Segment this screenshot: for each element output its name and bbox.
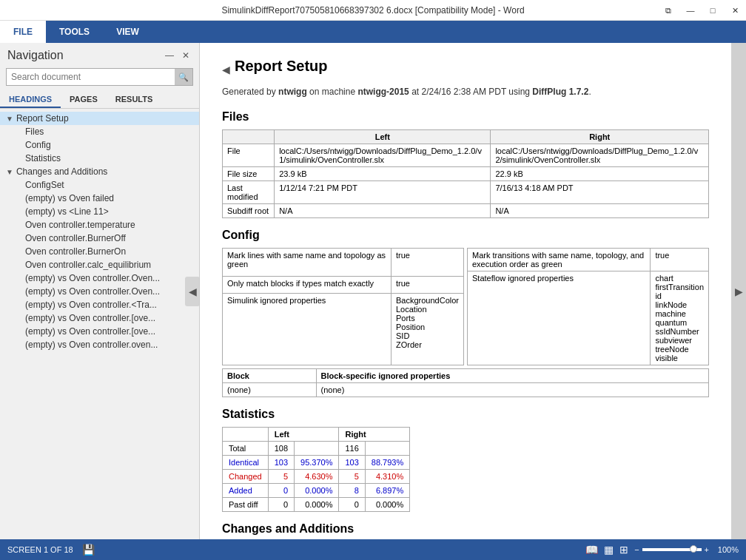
table-row: Subdiff rootN/AN/A [223,204,709,218]
tree-item[interactable]: (empty) vs Oven controller.Oven... [0,285,199,298]
config-left-table: Mark lines with same name and topology a… [222,248,464,365]
config-section-title: Config [222,229,709,242]
tree-item[interactable]: (empty) vs Oven controller.[ove... [0,311,199,325]
tree-item-label: Report Setup [16,113,69,124]
tree-item-label: (empty) vs Oven controller.[ove... [25,313,155,323]
tree-item[interactable]: ConfigSet [0,178,199,192]
ribbon-tab-file[interactable]: FILE [0,21,46,43]
tree-item[interactable]: Oven controller.temperature [0,218,199,232]
ribbon-tab-view[interactable]: VIEW [103,21,152,43]
tree-item[interactable]: (empty) vs Oven failed [0,192,199,205]
table-row: Changed54.630%54.310% [223,470,410,484]
nav-tabs: HEADINGS PAGES RESULTS [0,92,199,109]
tree-item-label: (empty) vs Oven controller.[ove... [25,326,155,337]
tree-item-label: Files [25,126,44,137]
tree-item[interactable]: Config [0,138,199,152]
table-row: Past diff00.000%00.000% [223,498,410,512]
statistics-section-title: Statistics [222,408,709,421]
changes-section-title: Changes and Additions [222,522,709,536]
zoom-level: 100% [712,545,739,554]
table-row: FilelocalC:/Users/ntwigg/Downloads/DiffP… [223,144,709,167]
search-box: 🔍 [6,68,193,86]
grid-icon[interactable]: ▦ [604,544,614,556]
files-section-title: Files [222,110,709,124]
tree-item-label: Config [25,140,51,150]
tree-item[interactable]: Statistics [0,152,199,165]
sidebar-title: Navigation [7,49,64,62]
tree-item-label: (empty) vs Oven controller.<Tra... [25,300,157,310]
table-row: Identical10395.370%10388.793% [223,456,410,470]
tree-item[interactable]: ▼Report Setup [0,112,199,125]
ribbon-tab-tools[interactable]: TOOLS [46,21,103,43]
table-row: File size23.9 kB22.9 kB [223,167,709,181]
tree-item[interactable]: Oven controller.BurnerOff [0,232,199,245]
tree-arrow: ▼ [6,115,13,123]
zoom-out-btn[interactable]: − [634,545,639,554]
tree-item-label: (empty) vs <Line 11> [25,206,109,217]
tree-item[interactable]: (empty) vs Oven controller.Oven... [0,271,199,285]
tree-item-label: Changes and Additions [16,166,107,177]
tree-item[interactable]: (empty) vs Oven controller.<Tra... [0,298,199,311]
tree-item-label: Oven controller.temperature [25,220,135,230]
title-bar: SimulinkDiffReport707505810668397302 6.d… [0,0,746,21]
sidebar: Navigation — ✕ 🔍 HEADINGS PAGES RESULTS … [0,43,200,539]
report-title: Report Setup [235,58,328,75]
config-block-table: BlockBlock-specific ignored properties (… [222,368,709,397]
tree-item[interactable]: Oven controller.BurnerOn [0,245,199,258]
nav-tree: ▼Report SetupFilesConfigStatistics▼Chang… [0,109,199,539]
tree-item[interactable]: (empty) vs Oven controller.oven... [0,338,199,351]
zoom-control: − + 100% [634,545,739,554]
tree-item[interactable]: ▼Changes and Additions [0,165,199,178]
tree-item-label: (empty) vs Oven failed [25,193,114,203]
tree-item[interactable]: (empty) vs <Line 11> [0,205,199,218]
main-layout: Navigation — ✕ 🔍 HEADINGS PAGES RESULTS … [0,43,746,539]
tree-item-label: Oven controller.BurnerOn [25,246,126,257]
tab-results[interactable]: RESULTS [107,92,162,108]
statistics-table: Left Right Total108116Identical10395.370… [222,427,410,512]
tree-item-label: ConfigSet [25,180,64,190]
table-row: Added00.000%86.897% [223,484,410,498]
search-input[interactable] [7,72,175,82]
tree-arrow: ▼ [6,168,13,176]
tree-item[interactable]: Oven controller.calc_equilibrium [0,258,199,271]
tree-item-label: Oven controller.BurnerOff [25,233,126,243]
window-title: SimulinkDiffReport707505810668397302 6.d… [221,5,524,16]
content-area: ◀ Report Setup Generated by ntwigg on ma… [200,43,731,539]
config-right-table: Mark transitions with same name, topolog… [467,248,709,365]
tab-pages[interactable]: PAGES [61,92,107,108]
tree-item[interactable]: (empty) vs Oven controller.[ove... [0,325,199,338]
zoom-in-btn[interactable]: + [705,545,709,554]
tree-item[interactable]: Files [0,125,199,138]
table-row: Last modified1/12/14 7:21 PM PDT7/16/13 … [223,181,709,204]
save-icon[interactable]: 💾 [82,544,95,556]
status-bar: SCREEN 1 OF 18 💾 📖 ▦ ⊞ − + 100% [0,539,746,560]
window-controls: ⧉ — □ ✕ [657,0,746,21]
pin-btn[interactable]: — [164,50,175,61]
generated-line: Generated by ntwigg on machine ntwigg-20… [222,87,709,97]
close-btn[interactable]: ✕ [724,0,746,21]
tree-item-label: (empty) vs Oven controller.oven... [25,340,158,350]
minimize-btn[interactable]: — [679,0,702,21]
restore-btn[interactable]: ⧉ [657,0,679,21]
sidebar-controls: — ✕ [164,50,192,61]
ribbon: FILE TOOLS VIEW [0,21,746,43]
book-icon[interactable]: 📖 [585,544,598,556]
table-row: Total108116 [223,442,410,456]
status-right: 📖 ▦ ⊞ − + 100% [585,544,739,556]
scroll-right-btn[interactable]: ▶ [731,43,746,539]
tree-item-label: (empty) vs Oven controller.Oven... [25,273,160,283]
tab-headings[interactable]: HEADINGS [0,92,61,108]
status-left: SCREEN 1 OF 18 💾 [7,544,95,556]
search-button[interactable]: 🔍 [175,69,192,85]
screen-indicator: SCREEN 1 OF 18 [7,545,73,554]
scroll-left-btn[interactable]: ◀ [185,277,200,306]
close-sidebar-btn[interactable]: ✕ [180,50,192,61]
tree-item-label: Statistics [25,153,61,163]
zoom-slider[interactable] [642,548,702,551]
layout-icon[interactable]: ⊞ [619,544,628,556]
sidebar-header: Navigation — ✕ [0,43,199,65]
tree-item-label: (empty) vs Oven controller.Oven... [25,286,160,297]
tree-item-label: Oven controller.calc_equilibrium [25,260,151,270]
files-table: Left Right FilelocalC:/Users/ntwigg/Down… [222,129,709,218]
maximize-btn[interactable]: □ [702,0,724,21]
